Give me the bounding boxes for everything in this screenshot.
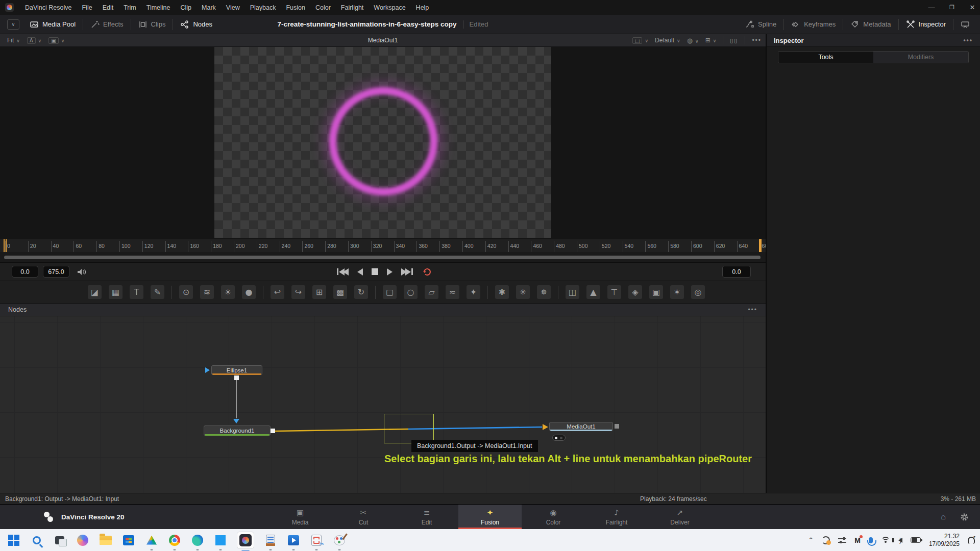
vscode-icon[interactable] bbox=[214, 534, 227, 547]
loop-button[interactable] bbox=[422, 267, 433, 277]
text-plus-icon[interactable]: T bbox=[130, 285, 143, 299]
node-ellipse1[interactable]: Ellipse1 bbox=[211, 365, 262, 375]
viewer-options-menu[interactable]: ••• bbox=[752, 37, 762, 44]
stop-button[interactable] bbox=[372, 268, 378, 275]
nodes-options-menu[interactable]: ••• bbox=[748, 306, 757, 313]
particle-emitter-icon[interactable]: ✱ bbox=[495, 285, 509, 299]
menu-edit[interactable]: Edit bbox=[97, 4, 119, 11]
davinci-resolve-taskbar-icon[interactable] bbox=[237, 532, 254, 549]
page-media[interactable]: ▣Media bbox=[268, 505, 332, 529]
maximize-button[interactable]: ❐ bbox=[948, 4, 955, 11]
fastnoise-icon[interactable]: ▦ bbox=[109, 285, 122, 299]
matte-control-icon[interactable]: ▩ bbox=[333, 285, 347, 299]
saver-icon[interactable]: ↪ bbox=[291, 285, 305, 299]
notepad-icon[interactable] bbox=[264, 534, 277, 547]
microphone-tray-icon[interactable] bbox=[869, 537, 873, 543]
tab-tools[interactable]: Tools bbox=[778, 52, 873, 63]
roi-dropdown[interactable]: ▣∨ bbox=[48, 37, 64, 44]
copilot-icon[interactable] bbox=[76, 534, 89, 547]
node-graph[interactable]: Ellipse1 Background1 MediaOut1 Backgroun… bbox=[0, 316, 766, 493]
microsoft-store-icon[interactable] bbox=[122, 534, 135, 547]
snipping-tool-icon[interactable] bbox=[310, 534, 323, 547]
shape-3d-icon[interactable]: ▲ bbox=[586, 285, 600, 299]
menu-clip[interactable]: Clip bbox=[176, 4, 197, 11]
goto-end-button[interactable] bbox=[401, 268, 413, 276]
bspline-mask-icon[interactable]: ≈ bbox=[446, 285, 459, 299]
image-plane-3d-icon[interactable]: ◫ bbox=[566, 285, 579, 299]
edge-icon[interactable] bbox=[191, 534, 204, 547]
page-cut[interactable]: ✂Cut bbox=[332, 505, 395, 529]
menu-trim[interactable]: Trim bbox=[118, 4, 141, 11]
polygon-mask-icon[interactable]: ▱ bbox=[425, 285, 438, 299]
movies-tv-icon[interactable] bbox=[287, 534, 300, 547]
clips-button[interactable]: Clips bbox=[131, 15, 173, 34]
start-button[interactable] bbox=[7, 534, 20, 547]
paint-icon[interactable] bbox=[333, 534, 346, 547]
menu-davinci-resolve[interactable]: DaVinci Resolve bbox=[20, 4, 77, 11]
goto-start-button[interactable] bbox=[337, 268, 349, 276]
particle-render-icon[interactable]: ✵ bbox=[537, 285, 551, 299]
spline-button[interactable]: Spline bbox=[738, 15, 783, 34]
play-button[interactable] bbox=[387, 268, 393, 276]
light-3d-icon[interactable]: ✶ bbox=[670, 285, 684, 299]
taskbar-clock[interactable]: 21.32 17/09/2025 bbox=[929, 533, 960, 548]
blur-icon[interactable]: ⊙ bbox=[179, 285, 193, 299]
menu-view[interactable]: View bbox=[221, 4, 245, 11]
panel-toggle-button[interactable] bbox=[953, 15, 977, 34]
media-pool-button[interactable]: Media Pool bbox=[22, 15, 83, 34]
color-corrector-icon[interactable]: ☀ bbox=[221, 285, 235, 299]
rectangle-mask-icon[interactable]: ▢ bbox=[383, 285, 397, 299]
metadata-button[interactable]: Metadata bbox=[843, 15, 898, 34]
mediaout1-passthrough-toggle[interactable] bbox=[552, 435, 566, 441]
magic-wand-mask-icon[interactable]: ✦ bbox=[467, 285, 480, 299]
menu-fusion[interactable]: Fusion bbox=[281, 4, 310, 11]
node-background1[interactable]: Background1 bbox=[204, 425, 271, 436]
close-button[interactable]: ✕ bbox=[969, 4, 976, 11]
menu-workspace[interactable]: Workspace bbox=[369, 4, 410, 11]
tray-expand-chevron[interactable]: ⌃ bbox=[808, 536, 814, 544]
menu-color[interactable]: Color bbox=[310, 4, 336, 11]
time-ruler[interactable]: 0204060801001201401601802002202402602803… bbox=[0, 239, 766, 252]
menu-file[interactable]: File bbox=[77, 4, 97, 11]
overlay-a-dropdown[interactable]: A∨ bbox=[27, 37, 41, 44]
particle-spawn-icon[interactable]: ✳ bbox=[516, 285, 530, 299]
renderer-3d-icon[interactable]: ◎ bbox=[691, 285, 705, 299]
loader-icon[interactable]: ↩ bbox=[271, 285, 284, 299]
volume-icon[interactable] bbox=[898, 538, 902, 543]
render-range-end-marker[interactable] bbox=[759, 239, 762, 252]
play-reverse-button[interactable] bbox=[357, 268, 363, 276]
tab-modifiers[interactable]: Modifiers bbox=[873, 52, 968, 63]
color-curves-icon[interactable]: ≋ bbox=[200, 285, 214, 299]
viewer-canvas[interactable] bbox=[0, 47, 766, 239]
minimize-button[interactable]: — bbox=[928, 4, 935, 11]
battery-icon[interactable] bbox=[911, 537, 921, 543]
text-3d-icon[interactable]: ⊤ bbox=[607, 285, 621, 299]
google-drive-icon[interactable] bbox=[145, 534, 158, 547]
grid-dropdown[interactable]: ⊞∨ bbox=[705, 37, 717, 44]
background-icon[interactable]: ◪ bbox=[88, 285, 102, 299]
inspector-options-menu[interactable]: ••• bbox=[963, 37, 973, 44]
duration-field[interactable]: 675.0 bbox=[43, 266, 69, 278]
ellipse-mask-icon[interactable]: ○ bbox=[404, 285, 418, 299]
menu-mark[interactable]: Mark bbox=[197, 4, 221, 11]
playhead[interactable] bbox=[4, 239, 5, 252]
quality-dropdown[interactable]: Default∨ bbox=[655, 37, 680, 44]
transform-icon[interactable]: ↻ bbox=[354, 285, 368, 299]
task-view-icon[interactable] bbox=[53, 534, 66, 547]
onedrive-sync-icon[interactable] bbox=[822, 536, 830, 544]
menu-timeline[interactable]: Timeline bbox=[141, 4, 176, 11]
inspector-button[interactable]: Inspector bbox=[899, 15, 953, 34]
ui-layout-toggle[interactable]: ∨ bbox=[7, 19, 19, 30]
zoom-fit-dropdown[interactable]: Fit∨ bbox=[7, 37, 20, 44]
nodes-button[interactable]: Nodes bbox=[173, 15, 219, 34]
search-icon[interactable] bbox=[30, 534, 43, 547]
tray-settings-icon[interactable] bbox=[838, 537, 846, 543]
camera-3d-icon[interactable]: ▣ bbox=[649, 285, 663, 299]
menu-playback[interactable]: Playback bbox=[245, 4, 281, 11]
effects-button[interactable]: Effects bbox=[83, 15, 131, 34]
guides-dropdown[interactable]: ⬚∨ bbox=[632, 37, 648, 44]
keyframes-button[interactable]: Keyframes bbox=[784, 15, 843, 34]
project-home-button[interactable]: ⌂ bbox=[941, 512, 946, 521]
audio-mute-icon[interactable] bbox=[77, 267, 87, 277]
notification-bell-icon[interactable] bbox=[968, 537, 975, 544]
